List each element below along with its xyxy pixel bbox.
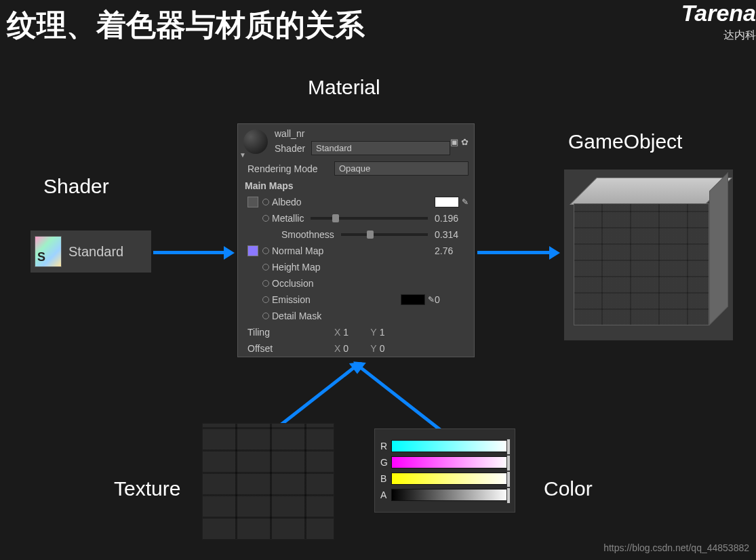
metallic-label: Metallic bbox=[272, 213, 304, 224]
shader-name: Standard bbox=[68, 244, 123, 260]
g-label: G bbox=[380, 457, 391, 468]
albedo-texture-slot[interactable] bbox=[247, 197, 258, 207]
r-label: R bbox=[380, 441, 391, 452]
a-slider[interactable] bbox=[391, 489, 509, 501]
material-inspector: ▼ wall_nr Shader Standard ▣ ✿ Rendering … bbox=[237, 123, 475, 357]
b-slider[interactable] bbox=[391, 473, 509, 485]
arrow-shader-to-material bbox=[153, 251, 225, 254]
watermark: https://blog.csdn.net/qq_44853882 bbox=[603, 542, 749, 553]
occlusion-label: Occlusion bbox=[272, 278, 313, 289]
color-label: Color bbox=[544, 477, 593, 500]
occlusion-toggle[interactable] bbox=[262, 280, 269, 287]
texture-label: Texture bbox=[114, 477, 180, 500]
tiling-x[interactable]: 1 bbox=[343, 327, 370, 338]
gear-icon[interactable]: ✿ bbox=[461, 137, 469, 147]
collapse-icon[interactable]: ▼ bbox=[239, 151, 246, 159]
eyedropper-icon[interactable]: ✎ bbox=[428, 295, 435, 304]
albedo-color[interactable] bbox=[435, 197, 459, 207]
main-maps-section: Main Maps bbox=[238, 178, 474, 194]
normal-label: Normal Map bbox=[272, 245, 323, 256]
r-slider[interactable] bbox=[391, 440, 509, 452]
offset-x[interactable]: 0 bbox=[343, 343, 370, 354]
metallic-toggle[interactable] bbox=[262, 215, 269, 222]
emission-color[interactable] bbox=[401, 294, 425, 305]
tiling-label: Tiling bbox=[247, 327, 334, 338]
albedo-toggle[interactable] bbox=[262, 199, 269, 205]
normal-texture-slot[interactable] bbox=[247, 245, 258, 256]
arrow-material-to-gameobject bbox=[477, 251, 551, 254]
shader-icon: S bbox=[35, 236, 62, 267]
smoothness-label: Smoothness bbox=[281, 229, 334, 240]
shader-label: Shader bbox=[43, 175, 109, 198]
arrow-color-to-material bbox=[359, 366, 441, 431]
tiling-y[interactable]: 1 bbox=[380, 327, 407, 338]
offset-y[interactable]: 0 bbox=[380, 343, 407, 354]
cube-top-face bbox=[570, 178, 732, 205]
albedo-label: Albedo bbox=[272, 197, 302, 207]
gameobject-preview bbox=[564, 169, 733, 340]
slide-title: 纹理、着色器与材质的关系 bbox=[7, 5, 365, 45]
shader-field-label: Shader bbox=[275, 143, 311, 154]
arrow-texture-to-material bbox=[273, 366, 355, 431]
help-icon[interactable]: ▣ bbox=[450, 137, 458, 147]
cube-side-face bbox=[709, 172, 728, 325]
detail-toggle[interactable] bbox=[262, 313, 269, 319]
a-label: A bbox=[380, 489, 391, 500]
emission-value[interactable]: 0 bbox=[435, 294, 469, 305]
rendering-mode-label: Rendering Mode bbox=[247, 163, 334, 174]
normal-toggle[interactable] bbox=[262, 247, 269, 254]
metallic-slider[interactable] bbox=[311, 217, 428, 220]
gameobject-label: GameObject bbox=[568, 130, 682, 153]
height-label: Height Map bbox=[272, 262, 321, 273]
y-label: Y bbox=[370, 327, 376, 338]
emission-toggle[interactable] bbox=[262, 296, 269, 303]
eyedropper-icon[interactable]: ✎ bbox=[462, 197, 469, 207]
material-name[interactable]: wall_nr bbox=[275, 128, 450, 139]
b-label: B bbox=[380, 473, 391, 484]
shader-asset[interactable]: S Standard bbox=[31, 231, 151, 273]
cube-front-face bbox=[574, 203, 709, 325]
rendering-mode-dropdown[interactable]: Opaque bbox=[334, 161, 469, 176]
metallic-value[interactable]: 0.196 bbox=[435, 213, 469, 224]
normal-value[interactable]: 2.76 bbox=[435, 245, 469, 256]
material-preview-icon bbox=[243, 129, 268, 154]
detail-label: Detail Mask bbox=[272, 311, 321, 321]
g-slider[interactable] bbox=[391, 456, 509, 468]
height-toggle[interactable] bbox=[262, 264, 269, 271]
shader-dropdown[interactable]: Standard bbox=[311, 141, 450, 155]
smoothness-value[interactable]: 0.314 bbox=[435, 229, 469, 240]
color-picker: R G B A bbox=[374, 428, 515, 513]
x-label: X bbox=[334, 327, 340, 338]
brand-subtitle: 达内科 bbox=[723, 28, 756, 43]
material-label: Material bbox=[308, 76, 380, 99]
brand-logo: Tarena bbox=[681, 0, 756, 26]
y-label: Y bbox=[370, 343, 376, 354]
x-label: X bbox=[334, 343, 340, 354]
offset-label: Offset bbox=[247, 343, 334, 354]
smoothness-slider[interactable] bbox=[341, 233, 428, 236]
texture-preview bbox=[202, 423, 334, 540]
emission-label: Emission bbox=[272, 294, 311, 305]
